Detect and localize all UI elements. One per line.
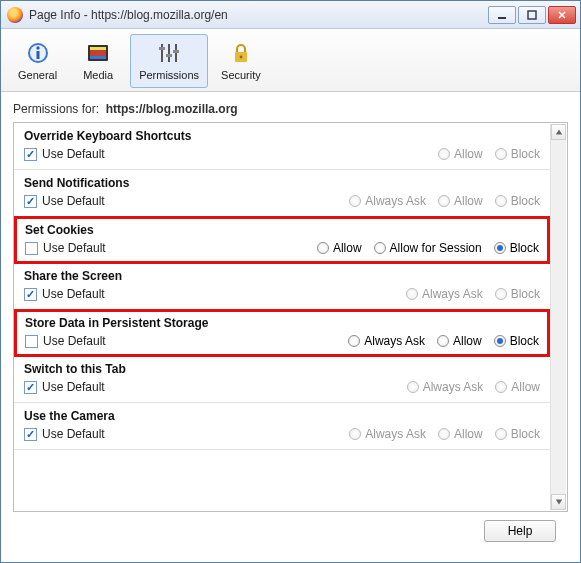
svg-rect-15	[173, 50, 179, 53]
radio-allow[interactable]: Allow	[317, 241, 362, 255]
help-button[interactable]: Help	[484, 520, 556, 542]
use-default-label: Use Default	[42, 194, 105, 208]
info-icon	[24, 39, 52, 67]
radio-group: Allow Block	[438, 147, 540, 161]
radio-block[interactable]: Block	[495, 194, 540, 208]
radio-block[interactable]: Block	[494, 334, 539, 348]
svg-rect-0	[498, 17, 506, 19]
permissions-url: https://blog.mozilla.org	[106, 102, 238, 116]
perm-use-camera: Use the Camera Use Default Always Ask Al…	[14, 403, 550, 450]
scrollbar[interactable]	[550, 124, 566, 510]
tab-label: Media	[83, 69, 113, 81]
tab-label: Security	[221, 69, 261, 81]
media-icon	[84, 39, 112, 67]
radio-always-ask[interactable]: Always Ask	[348, 334, 425, 348]
svg-rect-10	[161, 44, 163, 62]
svg-rect-11	[168, 44, 170, 62]
permissions-panel: Permissions for: https://blog.mozilla.or…	[1, 92, 580, 562]
perm-title: Override Keyboard Shortcuts	[24, 129, 540, 143]
radio-allow-session[interactable]: Allow for Session	[374, 241, 482, 255]
use-default-checkbox[interactable]	[24, 148, 37, 161]
svg-rect-14	[166, 54, 172, 57]
titlebar: Page Info - https://blog.mozilla.org/en	[1, 1, 580, 29]
svg-rect-8	[90, 47, 106, 50]
svg-rect-9	[90, 56, 106, 59]
radio-always-ask[interactable]: Always Ask	[407, 380, 484, 394]
perm-title: Use the Camera	[24, 409, 540, 423]
perm-title: Set Cookies	[25, 223, 539, 237]
use-default-label: Use Default	[42, 380, 105, 394]
radio-group: Always Ask Block	[406, 287, 540, 301]
perm-override-keyboard: Override Keyboard Shortcuts Use Default …	[14, 123, 550, 170]
permissions-for-label: Permissions for: https://blog.mozilla.or…	[13, 102, 568, 116]
radio-allow[interactable]: Allow	[438, 194, 483, 208]
perm-title: Store Data in Persistent Storage	[25, 316, 539, 330]
tab-security[interactable]: Security	[212, 34, 270, 88]
radio-group: Always Ask Allow Block	[349, 194, 540, 208]
perm-switch-tab: Switch to this Tab Use Default Always As…	[14, 356, 550, 403]
perm-share-screen: Share the Screen Use Default Always Ask …	[14, 263, 550, 310]
firefox-icon	[7, 7, 23, 23]
perm-title: Switch to this Tab	[24, 362, 540, 376]
scroll-up-button[interactable]	[551, 124, 566, 140]
svg-point-17	[240, 56, 243, 59]
use-default-checkbox[interactable]	[24, 195, 37, 208]
radio-allow[interactable]: Allow	[438, 427, 483, 441]
permissions-list-container: Override Keyboard Shortcuts Use Default …	[13, 122, 568, 512]
lock-icon	[227, 39, 255, 67]
svg-point-5	[36, 46, 39, 49]
sliders-icon	[155, 39, 183, 67]
perm-persistent-storage: Store Data in Persistent Storage Use Def…	[14, 309, 550, 357]
use-default-checkbox[interactable]	[25, 242, 38, 255]
radio-allow[interactable]: Allow	[495, 380, 540, 394]
tab-label: Permissions	[139, 69, 199, 81]
use-default-label: Use Default	[43, 241, 106, 255]
use-default-checkbox[interactable]	[24, 288, 37, 301]
radio-always-ask[interactable]: Always Ask	[349, 427, 426, 441]
radio-group: Always Ask Allow Block	[349, 427, 540, 441]
radio-always-ask[interactable]: Always Ask	[406, 287, 483, 301]
use-default-checkbox[interactable]	[25, 335, 38, 348]
use-default-label: Use Default	[42, 147, 105, 161]
radio-block[interactable]: Block	[495, 427, 540, 441]
radio-block[interactable]: Block	[495, 147, 540, 161]
radio-allow[interactable]: Allow	[437, 334, 482, 348]
radio-allow[interactable]: Allow	[438, 147, 483, 161]
close-button[interactable]	[548, 6, 576, 24]
window-title: Page Info - https://blog.mozilla.org/en	[29, 8, 228, 22]
maximize-button[interactable]	[518, 6, 546, 24]
use-default-label: Use Default	[43, 334, 106, 348]
permissions-list: Override Keyboard Shortcuts Use Default …	[14, 123, 550, 511]
use-default-checkbox[interactable]	[24, 381, 37, 394]
tab-label: General	[18, 69, 57, 81]
radio-group: Always Ask Allow	[407, 380, 540, 394]
svg-rect-13	[159, 47, 165, 50]
svg-rect-4	[36, 51, 39, 59]
minimize-button[interactable]	[488, 6, 516, 24]
perm-send-notifications: Send Notifications Use Default Always As…	[14, 170, 550, 217]
radio-group: Allow Allow for Session Block	[317, 241, 539, 255]
radio-block[interactable]: Block	[495, 287, 540, 301]
tab-media[interactable]: Media	[70, 34, 126, 88]
toolbar: General Media Permissions Security	[1, 29, 580, 92]
radio-block[interactable]: Block	[494, 241, 539, 255]
use-default-checkbox[interactable]	[24, 428, 37, 441]
radio-always-ask[interactable]: Always Ask	[349, 194, 426, 208]
page-info-window: Page Info - https://blog.mozilla.org/en …	[0, 0, 581, 563]
radio-group: Always Ask Allow Block	[348, 334, 539, 348]
use-default-label: Use Default	[42, 427, 105, 441]
use-default-label: Use Default	[42, 287, 105, 301]
footer: Help	[13, 512, 568, 552]
perm-set-cookies: Set Cookies Use Default Allow Allow for …	[14, 216, 550, 264]
tab-permissions[interactable]: Permissions	[130, 34, 208, 88]
scroll-down-button[interactable]	[551, 494, 566, 510]
tab-general[interactable]: General	[9, 34, 66, 88]
svg-rect-1	[528, 11, 536, 19]
perm-title: Send Notifications	[24, 176, 540, 190]
perm-title: Share the Screen	[24, 269, 540, 283]
